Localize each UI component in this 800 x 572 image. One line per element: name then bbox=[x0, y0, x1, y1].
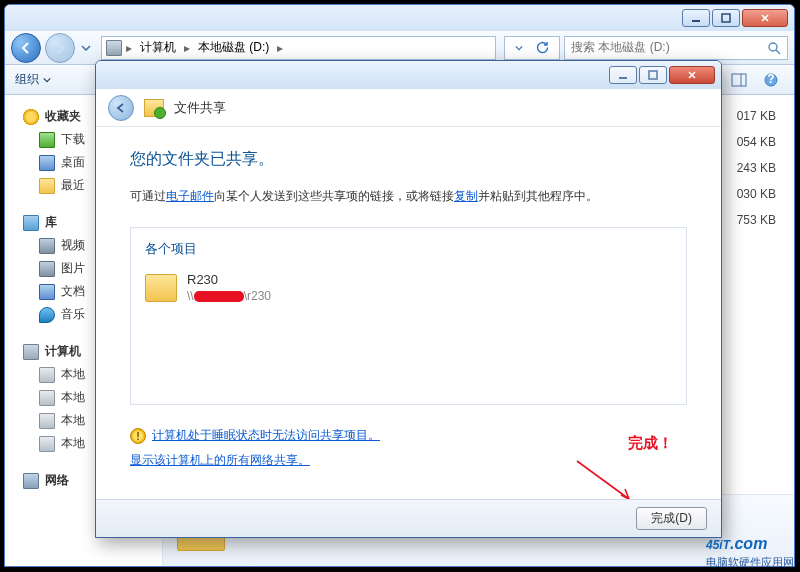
shared-item-path: \\\r230 bbox=[187, 289, 271, 303]
organize-menu[interactable]: 组织 bbox=[15, 71, 51, 88]
maximize-button[interactable] bbox=[712, 9, 740, 27]
watermark: 45iT.com 电脑软硬件应用网 bbox=[706, 527, 794, 570]
shared-item-name: R230 bbox=[187, 272, 271, 287]
network-icon bbox=[23, 473, 39, 489]
file-size: 753 KB bbox=[737, 207, 776, 233]
annotation-text: 完成！ bbox=[628, 434, 673, 453]
picture-icon bbox=[39, 261, 55, 277]
search-icon bbox=[767, 41, 781, 55]
file-size: 030 KB bbox=[737, 181, 776, 207]
back-button[interactable] bbox=[11, 33, 41, 63]
dialog-maximize-button[interactable] bbox=[639, 66, 667, 84]
refresh-icon[interactable] bbox=[535, 41, 549, 55]
svg-rect-0 bbox=[692, 20, 700, 22]
chevron-right-icon: ▸ bbox=[182, 41, 192, 55]
file-size: 243 KB bbox=[737, 155, 776, 181]
dialog-body: 您的文件夹已共享。 可通过电子邮件向某个人发送到这些共享项的链接，或将链接复制并… bbox=[96, 127, 721, 537]
dialog-header: 文件共享 bbox=[96, 89, 721, 127]
drive-icon bbox=[39, 413, 55, 429]
dropdown-icon[interactable] bbox=[515, 45, 523, 51]
redacted-hostname bbox=[194, 291, 244, 302]
help-button[interactable]: ? bbox=[758, 69, 784, 91]
folder-icon bbox=[145, 274, 177, 302]
chevron-right-icon: ▸ bbox=[124, 41, 134, 55]
organize-label: 组织 bbox=[15, 71, 39, 88]
warning-icon: ! bbox=[130, 428, 146, 444]
preview-pane-button[interactable] bbox=[726, 69, 752, 91]
chevron-right-icon: ▸ bbox=[275, 41, 285, 55]
dialog-footer: 完成(D) bbox=[96, 499, 721, 537]
explorer-titlebar[interactable] bbox=[5, 5, 794, 31]
document-icon bbox=[39, 284, 55, 300]
chevron-down-icon bbox=[43, 77, 51, 83]
star-icon bbox=[23, 109, 39, 125]
computer-icon bbox=[23, 344, 39, 360]
dialog-titlebar[interactable] bbox=[96, 61, 721, 89]
search-placeholder: 搜索 本地磁盘 (D:) bbox=[571, 39, 670, 56]
drive-icon bbox=[39, 436, 55, 452]
dialog-subtext: 可通过电子邮件向某个人发送到这些共享项的链接，或将链接复制并粘贴到其他程序中。 bbox=[130, 188, 687, 205]
svg-rect-11 bbox=[649, 71, 657, 79]
dialog-title: 文件共享 bbox=[174, 99, 226, 117]
dialog-headline: 您的文件夹已共享。 bbox=[130, 149, 687, 170]
shared-items-box: 各个项目 R230 \\\r230 bbox=[130, 227, 687, 405]
file-size: 054 KB bbox=[737, 129, 776, 155]
drive-icon bbox=[39, 367, 55, 383]
svg-rect-1 bbox=[722, 14, 730, 22]
close-button[interactable] bbox=[742, 9, 788, 27]
forward-button[interactable] bbox=[45, 33, 75, 63]
svg-text:?: ? bbox=[767, 73, 774, 86]
computer-icon bbox=[106, 40, 122, 56]
done-button[interactable]: 完成(D) bbox=[636, 507, 707, 530]
address-bar[interactable]: ▸ 计算机 ▸ 本地磁盘 (D:) ▸ bbox=[101, 36, 496, 60]
svg-rect-10 bbox=[619, 77, 627, 79]
sleep-warning: ! 计算机处于睡眠状态时无法访问共享项目。 bbox=[130, 427, 687, 444]
minimize-button[interactable] bbox=[682, 9, 710, 27]
sleep-warning-link[interactable]: 计算机处于睡眠状态时无法访问共享项目。 bbox=[152, 427, 380, 444]
share-icon bbox=[144, 99, 164, 117]
size-column: 017 KB 054 KB 243 KB 030 KB 753 KB bbox=[737, 103, 776, 233]
folder-icon bbox=[39, 178, 55, 194]
search-input[interactable]: 搜索 本地磁盘 (D:) bbox=[564, 36, 788, 60]
dialog-back-button[interactable] bbox=[108, 95, 134, 121]
svg-point-2 bbox=[769, 43, 777, 51]
video-icon bbox=[39, 238, 55, 254]
file-size: 017 KB bbox=[737, 103, 776, 129]
copy-link[interactable]: 复制 bbox=[454, 189, 478, 203]
email-link[interactable]: 电子邮件 bbox=[166, 189, 214, 203]
dialog-minimize-button[interactable] bbox=[609, 66, 637, 84]
svg-rect-6 bbox=[732, 74, 746, 86]
file-sharing-dialog: 文件共享 您的文件夹已共享。 可通过电子邮件向某个人发送到这些共享项的链接，或将… bbox=[95, 60, 722, 538]
download-icon bbox=[39, 132, 55, 148]
shared-item[interactable]: R230 \\\r230 bbox=[145, 272, 672, 303]
show-all-shares-link[interactable]: 显示该计算机上的所有网络共享。 bbox=[130, 453, 310, 467]
breadcrumb-drive-d[interactable]: 本地磁盘 (D:) bbox=[192, 37, 275, 58]
library-icon bbox=[23, 215, 39, 231]
dialog-close-button[interactable] bbox=[669, 66, 715, 84]
address-extras bbox=[504, 36, 560, 60]
breadcrumb-computer[interactable]: 计算机 bbox=[134, 37, 182, 58]
desktop-icon bbox=[39, 155, 55, 171]
history-dropdown[interactable] bbox=[79, 37, 93, 59]
items-label: 各个项目 bbox=[145, 240, 672, 258]
music-icon bbox=[39, 307, 55, 323]
drive-icon bbox=[39, 390, 55, 406]
